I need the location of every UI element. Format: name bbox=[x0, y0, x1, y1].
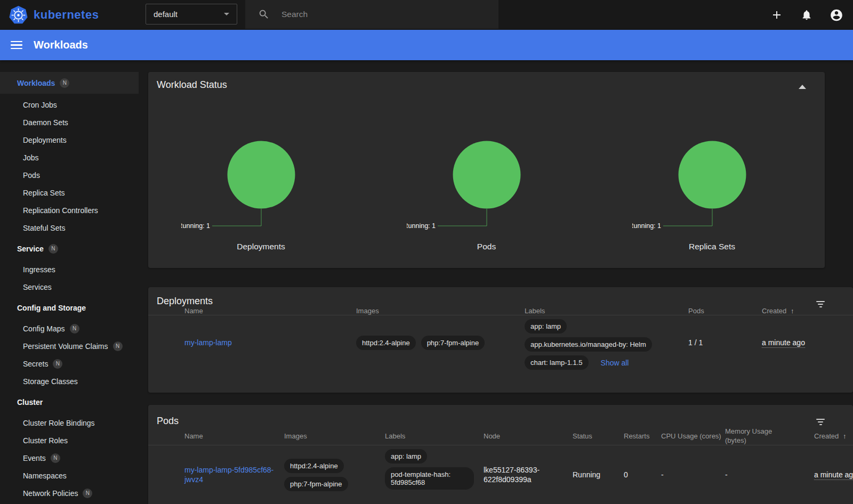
pod-node: lke55127-86393-622f8d09399a bbox=[479, 465, 565, 484]
pie-caption: Pods bbox=[477, 242, 496, 251]
search-icon bbox=[258, 9, 270, 20]
column-created[interactable]: Created ↑ bbox=[758, 307, 853, 315]
account-circle-icon bbox=[830, 8, 843, 22]
column-status: Status bbox=[568, 432, 619, 440]
namespace-value: default bbox=[154, 10, 178, 19]
sidebar-item-replication-controllers[interactable]: Replication Controllers bbox=[0, 201, 139, 219]
pod-status: Running bbox=[568, 470, 619, 479]
chevron-down-icon bbox=[224, 13, 229, 15]
image-chip: php:7-fpm-alpine bbox=[421, 336, 485, 350]
pod-labels: app: lamp pod-template-hash: 5fd985cf68 bbox=[381, 449, 479, 490]
sidebar-item-network-policies[interactable]: Network Policies N bbox=[0, 484, 139, 502]
kubernetes-brand[interactable]: kubernetes bbox=[0, 5, 99, 25]
pie-caption: Replica Sets bbox=[689, 242, 735, 251]
sidebar-item-cron-jobs[interactable]: Cron Jobs bbox=[0, 96, 139, 113]
label-chip: app: lamp bbox=[385, 449, 427, 464]
collapse-up-icon bbox=[799, 85, 806, 89]
sidebar-item-pods[interactable]: Pods bbox=[0, 166, 139, 184]
search-bar bbox=[245, 0, 498, 29]
deployment-name-link[interactable]: my-lamp-lamp bbox=[184, 338, 276, 347]
deployment-pods-count: 1 / 1 bbox=[684, 338, 758, 347]
account-button[interactable] bbox=[830, 8, 843, 22]
sidebar-item-jobs[interactable]: Jobs bbox=[0, 149, 139, 166]
collapse-card-button[interactable] bbox=[798, 84, 807, 90]
app-header: kubernetes default bbox=[0, 0, 853, 30]
pod-restarts: 0 bbox=[619, 470, 657, 479]
namespace-selector[interactable]: default bbox=[146, 4, 237, 25]
brand-name: kubernetes bbox=[34, 8, 99, 22]
kubernetes-logo bbox=[9, 5, 28, 25]
sidebar-item-stateful-sets[interactable]: Stateful Sets bbox=[0, 219, 139, 237]
pod-name-link[interactable]: my-lamp-lamp-5fd985cf68-jwvz4 bbox=[184, 465, 275, 484]
sidebar-item-cluster-roles[interactable]: Cluster Roles bbox=[0, 432, 139, 449]
pod-images: httpd:2.4-alpine php:7-fpm-alpine bbox=[280, 459, 381, 491]
new-badge: N bbox=[70, 324, 79, 334]
label-chip: app.kubernetes.io/managed-by: Helm bbox=[525, 337, 652, 352]
column-name[interactable]: Name bbox=[180, 432, 280, 440]
column-pods: Pods bbox=[684, 307, 758, 315]
pod-memory-usage: - bbox=[721, 470, 810, 479]
column-cpu-usage: CPU Usage (cores) bbox=[657, 432, 721, 440]
sort-ascending-arrow: ↑ bbox=[791, 307, 794, 315]
sidebar-item-cluster-role-bindings[interactable]: Cluster Role Bindings bbox=[0, 414, 139, 432]
notifications-bell-icon bbox=[801, 9, 812, 21]
sidebar-item-services[interactable]: Services bbox=[0, 278, 139, 296]
main-content: Workload Status Running: 1 Deployments bbox=[139, 60, 853, 504]
new-badge: N bbox=[60, 78, 69, 88]
label-chip: chart: lamp-1.1.5 bbox=[525, 355, 589, 370]
menu-hamburger-icon[interactable] bbox=[11, 39, 22, 52]
sidebar-item-deployments[interactable]: Deployments bbox=[0, 131, 139, 149]
image-chip: php:7-fpm-alpine bbox=[284, 477, 348, 491]
add-button[interactable] bbox=[770, 8, 784, 22]
sidebar-item-storage-classes[interactable]: Storage Classes bbox=[0, 372, 139, 390]
deployments-title: Deployments bbox=[148, 287, 853, 307]
add-icon bbox=[771, 10, 782, 20]
sidebar-item-config-maps[interactable]: Config Maps N bbox=[0, 320, 139, 337]
new-badge: N bbox=[53, 359, 62, 369]
pie-legend-label: Running: 1 bbox=[181, 222, 210, 230]
sidebar-item-namespaces[interactable]: Namespaces bbox=[0, 467, 139, 484]
column-name[interactable]: Name bbox=[180, 307, 352, 315]
sidebar-section-config-and-storage[interactable]: Config and Storage bbox=[0, 299, 139, 316]
image-chip: httpd:2.4-alpine bbox=[356, 336, 416, 350]
pie-legend-label: Running: 1 bbox=[407, 222, 436, 230]
filter-list-icon[interactable] bbox=[816, 301, 825, 309]
notifications-button[interactable] bbox=[800, 8, 814, 22]
sort-ascending-arrow: ↑ bbox=[843, 432, 847, 440]
new-badge: N bbox=[51, 453, 60, 463]
pods-table-header: Name Images Labels Node Status Restarts … bbox=[148, 427, 853, 445]
sidebar-item-replica-sets[interactable]: Replica Sets bbox=[0, 184, 139, 201]
column-created[interactable]: Created ↑ bbox=[810, 432, 853, 440]
pod-created[interactable]: a minute ago bbox=[814, 470, 853, 480]
column-node: Node bbox=[479, 432, 568, 440]
pie-caption: Deployments bbox=[237, 242, 285, 251]
new-badge: N bbox=[113, 342, 123, 351]
show-all-link[interactable]: Show all bbox=[601, 359, 629, 367]
deployments-pie-chart: Running: 1 Deployments bbox=[148, 141, 374, 251]
sidebar-item-secrets[interactable]: Secrets N bbox=[0, 355, 139, 372]
deployments-table-row[interactable]: my-lamp-lamp httpd:2.4-alpine php:7-fpm-… bbox=[148, 315, 853, 370]
column-labels: Labels bbox=[520, 307, 684, 315]
pods-table-row[interactable]: my-lamp-lamp-5fd985cf68-jwvz4 httpd:2.4-… bbox=[148, 445, 853, 504]
page-title: Workloads bbox=[34, 39, 88, 51]
sidebar-item-events[interactable]: Events N bbox=[0, 449, 139, 467]
sidebar: Workloads N Cron Jobs Daemon Sets Deploy… bbox=[0, 60, 139, 504]
sidebar-item-ingresses[interactable]: Ingresses bbox=[0, 261, 139, 278]
pods-title: Pods bbox=[148, 405, 853, 427]
sidebar-item-daemon-sets[interactable]: Daemon Sets bbox=[0, 113, 139, 131]
filter-list-icon[interactable] bbox=[816, 419, 825, 427]
header-actions bbox=[770, 0, 843, 30]
sidebar-section-cluster[interactable]: Cluster bbox=[0, 393, 139, 411]
deployment-created[interactable]: a minute ago bbox=[762, 338, 805, 348]
sidebar-section-service[interactable]: Service N bbox=[0, 240, 139, 257]
pod-cpu-usage: - bbox=[657, 470, 721, 479]
search-input[interactable] bbox=[281, 10, 473, 19]
pods-pie-chart: Running: 1 Pods bbox=[374, 141, 599, 251]
sidebar-item-workloads[interactable]: Workloads N bbox=[0, 72, 139, 94]
sidebar-item-persistent-volume-claims[interactable]: Persistent Volume Claims N bbox=[0, 337, 139, 355]
deployments-card: Deployments Name Images Labels Pods Crea… bbox=[148, 287, 853, 393]
label-chip: pod-template-hash: 5fd985cf68 bbox=[385, 467, 474, 490]
new-badge: N bbox=[83, 489, 92, 498]
column-images: Images bbox=[280, 432, 381, 440]
deployments-table-header: Name Images Labels Pods Created ↑ bbox=[148, 307, 853, 315]
